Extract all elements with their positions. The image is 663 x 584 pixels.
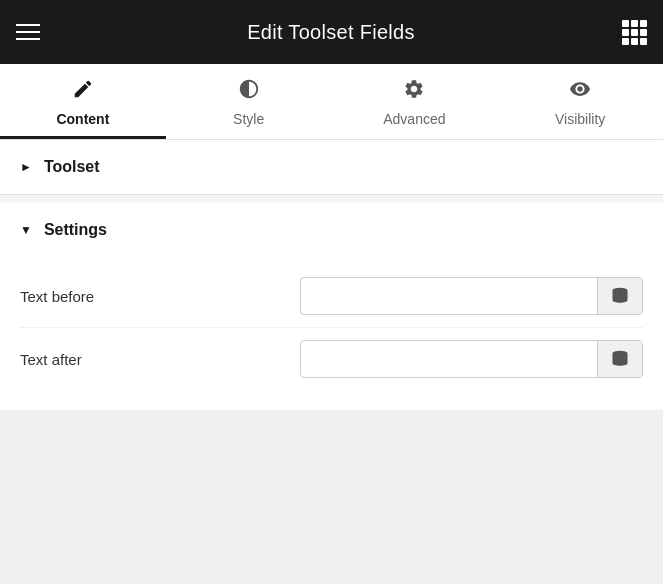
text-before-input-group: [300, 277, 643, 315]
text-after-input[interactable]: [301, 341, 597, 377]
text-after-db-button[interactable]: [597, 341, 642, 377]
tab-bar: Content Style Advanced Visibility: [0, 64, 663, 140]
toolset-section-header[interactable]: ► Toolset: [0, 140, 663, 194]
chevron-right-icon: ►: [20, 160, 32, 174]
page-title: Edit Toolset Fields: [247, 21, 415, 44]
database-icon: [610, 349, 630, 369]
settings-section-title: Settings: [44, 221, 107, 239]
chevron-down-icon: ▼: [20, 223, 32, 237]
pencil-icon: [72, 78, 94, 105]
gear-icon: [403, 78, 425, 105]
grid-apps-button[interactable]: [622, 20, 647, 45]
text-before-label: Text before: [20, 288, 300, 305]
toolset-section-title: Toolset: [44, 158, 100, 176]
tab-content[interactable]: Content: [0, 64, 166, 139]
text-before-row: Text before: [20, 265, 643, 328]
toolset-section: ► Toolset: [0, 140, 663, 195]
tab-visibility-label: Visibility: [555, 111, 605, 127]
main-content: ► Toolset ▼ Settings Text before: [0, 140, 663, 410]
text-after-input-group: [300, 340, 643, 378]
database-icon: [610, 286, 630, 306]
settings-section-body: Text before Text after: [0, 257, 663, 410]
settings-section-header[interactable]: ▼ Settings: [0, 203, 663, 257]
header: Edit Toolset Fields: [0, 0, 663, 64]
tab-content-label: Content: [56, 111, 109, 127]
tab-advanced[interactable]: Advanced: [332, 64, 498, 139]
text-after-row: Text after: [20, 328, 643, 390]
text-before-input[interactable]: [301, 278, 597, 314]
tab-style-label: Style: [233, 111, 264, 127]
half-circle-icon: [238, 78, 260, 105]
text-before-db-button[interactable]: [597, 278, 642, 314]
hamburger-menu-button[interactable]: [16, 24, 40, 40]
tab-advanced-label: Advanced: [383, 111, 445, 127]
tab-style[interactable]: Style: [166, 64, 332, 139]
tab-visibility[interactable]: Visibility: [497, 64, 663, 139]
settings-section: ▼ Settings Text before: [0, 203, 663, 410]
eye-icon: [569, 78, 591, 105]
text-after-label: Text after: [20, 351, 300, 368]
